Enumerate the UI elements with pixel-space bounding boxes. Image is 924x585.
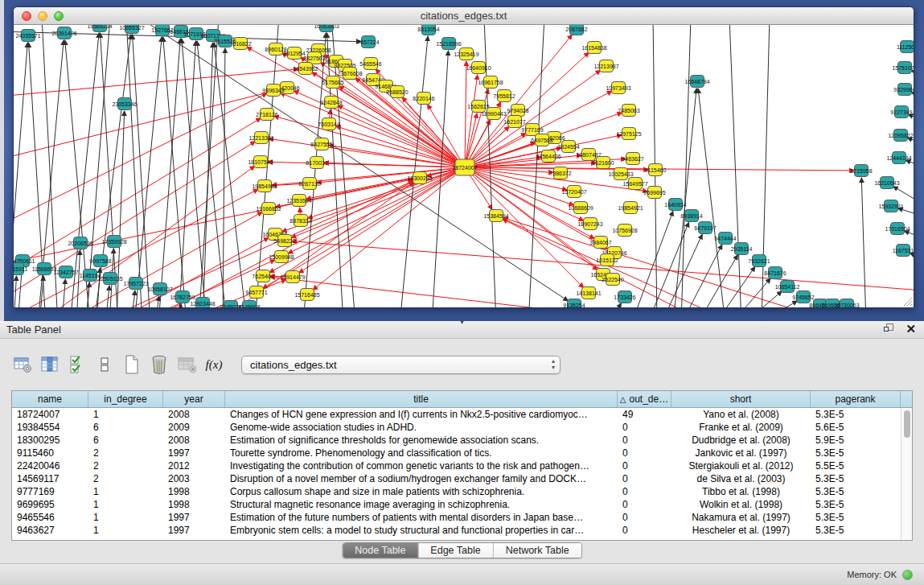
graph-edge[interactable]	[336, 126, 465, 167]
table-cell[interactable]: 1	[88, 512, 163, 523]
graph-node[interactable]: 19166852	[256, 203, 281, 215]
graph-node[interactable]: 16640910	[466, 62, 491, 74]
table-cell[interactable]: 1997	[163, 525, 225, 536]
graph-edge[interactable]	[528, 25, 544, 307]
graph-node[interactable]: 7857224	[357, 36, 379, 48]
graph-node[interactable]: 20391406	[51, 27, 76, 39]
table-cell[interactable]: 9699695	[12, 499, 88, 510]
graph-edge[interactable]	[62, 279, 65, 307]
table-cell[interactable]: 9115460	[12, 447, 88, 459]
table-cell[interactable]: Stergiakouli et al. (2012)	[671, 460, 811, 472]
table-cell[interactable]: 5.3E-5	[811, 473, 901, 484]
graph-edge[interactable]	[898, 208, 914, 224]
graph-edge[interactable]	[324, 163, 465, 167]
table-cell[interactable]: Tibbo et al. (1998)	[671, 486, 811, 497]
graph-node[interactable]: 8813054	[417, 25, 439, 35]
table-cell[interactable]: 1998	[163, 486, 225, 497]
table-cell[interactable]: 0	[618, 447, 671, 459]
table-cell[interactable]: Yano et al. (2008)	[671, 409, 811, 420]
graph-node[interactable]: 9474444	[714, 233, 736, 245]
graph-node[interactable]: 15716485	[294, 289, 319, 301]
table-cell[interactable]: 9463627	[12, 525, 88, 536]
select-functions-icon[interactable]	[68, 354, 87, 375]
table-cell[interactable]: 5.3E-5	[811, 499, 901, 510]
table-scrollbar-thumb[interactable]	[904, 410, 910, 438]
graph-node[interactable]: 8170031	[306, 157, 327, 169]
graph-edge[interactable]	[131, 290, 135, 307]
table-cell[interactable]: 1	[88, 409, 163, 420]
table-cell[interactable]: Estimation of the future numbers of pati…	[225, 512, 618, 523]
network-graph[interactable]: 1872400776168228960128891295423226058382…	[14, 25, 914, 307]
table-cell[interactable]: 1	[88, 499, 163, 510]
table-cell[interactable]: 6	[88, 422, 163, 433]
table-row[interactable]: 1830029562008Estimation of significance …	[12, 434, 912, 447]
table-cell[interactable]: 1998	[163, 499, 225, 510]
table-cell[interactable]: 0	[618, 422, 671, 433]
graph-edge[interactable]	[861, 178, 866, 307]
table-cell[interactable]: 2	[88, 473, 163, 484]
graph-edge[interactable]	[299, 167, 465, 273]
table-cell[interactable]: 1997	[163, 447, 225, 459]
graph-node[interactable]: 15218596	[436, 38, 461, 50]
graph-node[interactable]: 12975125	[616, 128, 641, 140]
column-header-title[interactable]: title	[225, 391, 618, 407]
table-row[interactable]: 1872400712008Changes of HCN gene express…	[12, 408, 912, 421]
table-cell[interactable]: 49	[618, 409, 671, 420]
graph-node[interactable]: 16961758	[478, 76, 503, 89]
graph-node[interactable]: 7485063	[618, 105, 639, 117]
graph-node[interactable]: 12213987	[593, 60, 618, 72]
table-cell[interactable]: Tourette syndrome. Phenomenology and cla…	[225, 447, 618, 459]
graph-edge[interactable]	[907, 138, 914, 153]
graph-edge[interactable]	[155, 296, 159, 307]
graph-node[interactable]: 12505135	[97, 273, 122, 285]
graph-node[interactable]: 7955812	[493, 90, 515, 102]
graph-edge[interactable]	[300, 57, 465, 167]
table-cell[interactable]: 2012	[163, 460, 225, 472]
table-cell[interactable]: 6	[88, 435, 163, 446]
graph-node[interactable]: 8215958	[850, 165, 872, 177]
table-cell[interactable]: Disruption of a novel member of a sodium…	[225, 473, 618, 484]
column-header-out_de[interactable]: △out_de…	[618, 391, 671, 407]
table-cell[interactable]: 2003	[163, 473, 225, 484]
table-row[interactable]: 1938455462009Genome-wide association stu…	[12, 421, 912, 434]
graph-node[interactable]: 10655327	[119, 25, 144, 34]
graph-edge[interactable]	[465, 167, 584, 288]
table-cell[interactable]: 22420046	[12, 460, 88, 472]
table-cell[interactable]: 18300295	[12, 435, 88, 446]
table-cell[interactable]: 2	[88, 460, 163, 472]
graph-node[interactable]: 8878334	[290, 215, 311, 227]
graph-node[interactable]: 2087682	[565, 25, 587, 35]
table-cell[interactable]: 1997	[163, 512, 225, 523]
graph-node[interactable]: 10654112	[775, 281, 800, 293]
graph-edge[interactable]	[163, 37, 187, 307]
graph-node[interactable]: 9115460	[645, 164, 667, 176]
graph-node[interactable]: 10688609	[568, 202, 593, 214]
graph-node[interactable]: 6479197	[694, 222, 716, 234]
graph-node[interactable]: 23053346	[112, 98, 137, 110]
graph-node[interactable]: 14138141	[576, 287, 601, 299]
graph-node[interactable]: 2935114	[731, 243, 753, 255]
table-settings-icon[interactable]	[13, 354, 32, 375]
network-canvas[interactable]: 1872400776168228960128891295423226058382…	[14, 25, 914, 307]
graph-node[interactable]: 12325419	[454, 48, 478, 60]
graph-node[interactable]: 16053803	[314, 25, 339, 32]
table-cell[interactable]: 5.3E-5	[811, 486, 901, 497]
graph-edge[interactable]	[908, 114, 914, 130]
column-header-name[interactable]: name	[12, 391, 88, 407]
graph-node[interactable]: 8471676	[764, 267, 786, 279]
graph-node[interactable]: 9227349	[890, 106, 912, 118]
graph-node[interactable]: 9329966	[893, 84, 914, 96]
table-cell[interactable]: Corpus callosum shape and size in male p…	[225, 486, 618, 497]
delete-icon[interactable]	[150, 354, 169, 375]
graph-edge[interactable]	[133, 35, 150, 307]
table-cell[interactable]: 5.3E-5	[811, 447, 901, 459]
table-row[interactable]: 946362711997Embryonic stem cells: a mode…	[12, 524, 912, 537]
table-cell[interactable]: 2009	[163, 422, 225, 433]
graph-node[interactable]: 1112503	[897, 41, 914, 53]
table-cell[interactable]: Hescheler et al. (1997)	[671, 525, 811, 536]
column-header-year[interactable]: year	[163, 391, 225, 407]
table-cell[interactable]: 1	[88, 525, 163, 536]
function-builder-icon[interactable]: f(x)	[204, 354, 224, 375]
table-cell[interactable]: 19384554	[12, 422, 88, 433]
table-cell[interactable]: Embryonic stem cells: a model to study s…	[225, 525, 618, 536]
